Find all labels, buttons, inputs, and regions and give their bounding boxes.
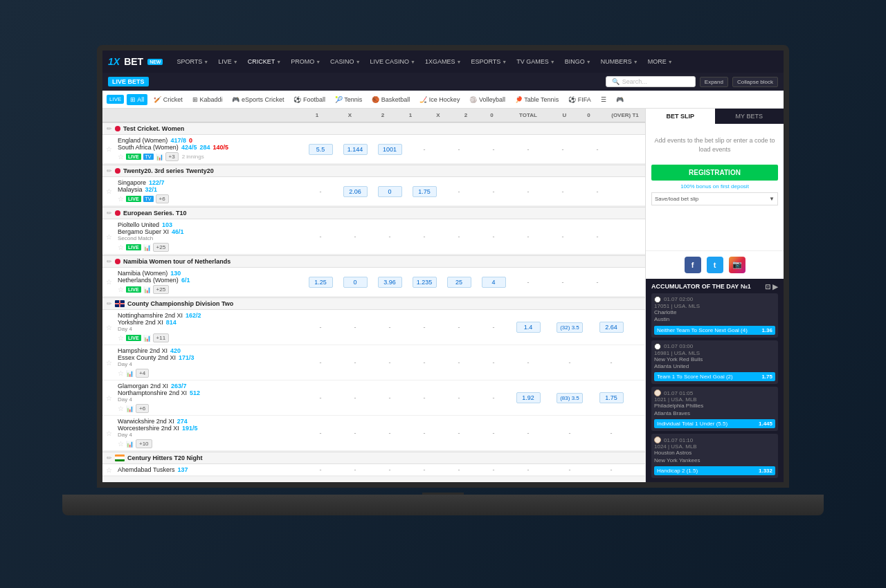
expand-button[interactable]: Expand [700,77,728,87]
odds-t20-2[interactable]: 0 [378,186,402,197]
nav-sports[interactable]: SPORTS▼ [172,55,213,68]
nav-live[interactable]: LIVE▼ [214,55,242,68]
search-icon: 🔍 [612,78,620,85]
filter-table-tennis[interactable]: 🏓 Table Tennis [512,94,562,105]
search-box[interactable]: 🔍 Search... [606,76,696,87]
odds-nam-4[interactable]: 25 [447,277,471,288]
star-glamorgan[interactable]: ☆ [106,394,112,402]
team1-singapore: Singapore [118,179,146,186]
nav-esports[interactable]: ESPORTS▼ [467,55,511,68]
star-inner-ham[interactable]: ☆ [118,369,124,377]
section-county: ✏ County Championship Division Two [102,297,645,452]
filter-live[interactable]: LIVE [107,95,124,104]
bet-slip-tabs: BET SLIP MY BETS [646,109,784,124]
save-load-button[interactable]: Save/load bet slip ▼ [651,192,778,205]
instagram-icon[interactable]: 📷 [729,257,745,273]
filter-esports-cricket[interactable]: 🎮 eSports Cricket [228,94,287,105]
filter-ice-hockey[interactable]: 🏒 Ice Hockey [416,94,463,105]
section-title-namibia: Namibia Women tour of Netherlands [123,258,230,265]
star-inner-eur[interactable]: ☆ [118,244,124,251]
star-inner-notts[interactable]: ☆ [118,334,124,342]
filter-more-options[interactable]: ☰ [597,94,610,105]
baseball-icon-3 [654,437,661,443]
more-btn-eur[interactable]: +25 [153,243,170,252]
more-btn-war[interactable]: +10 [136,439,152,448]
accum-bet-0[interactable]: Neither Team To Score Next Goal (4) 1.36 [654,326,775,335]
odds-gla-total[interactable]: (83) 3.5 [557,393,583,403]
odds-notts-0[interactable]: 1.4 [516,322,541,333]
nav-cricket[interactable]: CRICKET▼ [244,55,285,68]
innings-england: 2 innings [182,154,204,160]
more-btn-notts[interactable]: +11 [153,333,170,342]
more-btn-ham[interactable]: +4 [136,369,149,378]
col-h-over-t1: (OVER) T1 [601,112,645,118]
odds-nam-1[interactable]: 1.25 [309,277,333,288]
filter-football[interactable]: ⚽ Football [290,94,329,105]
filter-basketball[interactable]: 🏀 Basketball [368,94,413,105]
twitter-icon[interactable]: t [707,257,723,273]
section-century: ✏ Century Hitters T20 Night ☆ Ahemdabad … [102,452,645,477]
star-inner-gla[interactable]: ☆ [118,405,124,412]
nav-tv-games[interactable]: TV GAMES▼ [512,55,559,68]
accum-bet-3[interactable]: Handicap 2 (1.5) 1.332 [654,466,775,475]
star-inner[interactable]: ☆ [118,153,124,160]
match-info-namibia: Namibia (Women) 130 Netherlands (Women) … [115,268,303,296]
accum-bet-2[interactable]: Individual Total 1 Under (5.5) 1.445 [654,419,775,428]
filter-gamepad[interactable]: 🎮 [613,94,627,105]
more-btn-england[interactable]: +3 [165,152,179,161]
nav-bingo[interactable]: BINGO▼ [561,55,595,68]
tab-bet-slip[interactable]: BET SLIP [646,109,715,124]
odds-t20-3[interactable]: 1.75 [413,186,437,197]
odds-notts-total[interactable]: (32) 3.5 [557,322,583,333]
nav-numbers[interactable]: NUMBERS▼ [597,55,642,68]
star-inner-t20[interactable]: ☆ [118,195,124,203]
star-namibia[interactable]: ☆ [106,278,112,286]
filter-kabaddi[interactable]: ⊞ Kabaddi [189,94,226,105]
more-btn-t20[interactable]: +6 [156,194,169,203]
star-hampshire[interactable]: ☆ [106,359,112,367]
tab-my-bets[interactable]: MY BETS [715,109,784,124]
nav-casino[interactable]: CASINO▼ [326,55,364,68]
more-btn-gla[interactable]: +6 [136,404,149,413]
india-flag-icon [115,454,125,461]
filter-fifa[interactable]: ⚽ FIFA [565,94,595,105]
odds-nam-x[interactable]: 0 [343,277,368,288]
section-title-european: European Series. T10 [123,210,187,217]
accum-bet-1[interactable]: Team 1 To Score Next Goal (2) 1.75 [654,372,775,381]
score1-hampshire: 420 [170,347,181,354]
odds-nam-3[interactable]: 1.235 [413,277,437,288]
match-row-hampshire: ☆ Hampshire 2nd XI 420 Essex County 2nd … [102,345,645,380]
star-singapore[interactable]: ☆ [106,187,112,195]
facebook-icon[interactable]: f [685,257,701,273]
filter-tennis[interactable]: 🎾 Tennis [332,94,365,105]
odds-btn-1[interactable]: 5.5 [309,144,333,155]
odds-notts-u[interactable]: 2.64 [599,322,624,333]
odds-nam-5[interactable]: 4 [482,277,506,288]
star-inner-nam[interactable]: ☆ [118,286,124,293]
nav-1xgames[interactable]: 1XGAMES▼ [421,55,465,68]
nav-live-casino[interactable]: LIVE CASINO▼ [366,55,419,68]
star-ahemdabad[interactable]: ☆ [106,466,112,474]
odds-btn-2[interactable]: 1001 [378,144,402,155]
filter-all[interactable]: ⊞ All [127,94,147,105]
more-btn-nam[interactable]: +25 [153,285,170,294]
star-england[interactable]: ☆ [106,145,112,153]
nav-more[interactable]: MORE▼ [644,55,677,68]
star-inner-war[interactable]: ☆ [118,440,124,448]
filter-volleyball[interactable]: 🏐 Volleyball [466,94,509,105]
accum-item-0: 01.07 02:00 17051 | USA. MLS Charlotte A… [651,293,778,338]
star-warwickshire[interactable]: ☆ [106,430,112,437]
odds-gla-0[interactable]: 1.92 [516,392,541,403]
odds-gla-u[interactable]: 1.75 [599,392,624,403]
live-tag-eur: LIVE [126,244,141,250]
star-notts[interactable]: ☆ [106,324,112,331]
odds-t20-x[interactable]: 2.06 [343,186,368,197]
odds-btn-x[interactable]: 1.144 [343,144,368,155]
filter-cricket[interactable]: 🏏 Cricket [150,94,186,105]
register-button[interactable]: REGISTRATION [651,165,778,181]
collapse-button[interactable]: Collapse block [732,77,778,87]
odds-nam-2[interactable]: 3.96 [378,277,402,288]
star-pioltello[interactable]: ☆ [106,233,112,241]
odds-d5: - [545,145,580,154]
nav-promo[interactable]: PROMO▼ [287,55,325,68]
